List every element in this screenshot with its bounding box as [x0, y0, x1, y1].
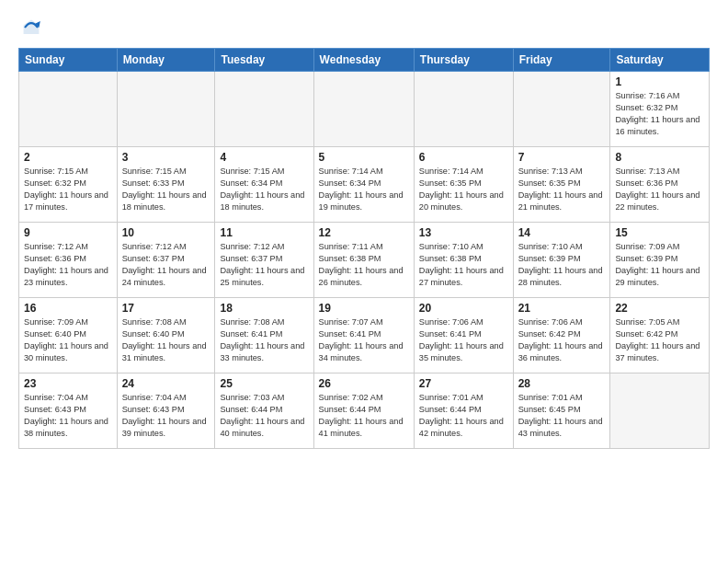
- day-info: Sunrise: 7:01 AM Sunset: 6:44 PM Dayligh…: [419, 392, 508, 440]
- logo-icon: [18, 15, 44, 40]
- calendar-cell: [117, 72, 215, 147]
- day-info: Sunrise: 7:08 AM Sunset: 6:41 PM Dayligh…: [220, 316, 308, 364]
- calendar-cell: [215, 72, 313, 147]
- week-row-1: 2Sunrise: 7:15 AM Sunset: 6:32 PM Daylig…: [19, 147, 710, 223]
- day-number: 14: [518, 226, 606, 239]
- day-number: 9: [24, 226, 112, 239]
- calendar-cell: 11Sunrise: 7:12 AM Sunset: 6:37 PM Dayli…: [215, 223, 313, 298]
- day-number: 12: [319, 226, 409, 239]
- day-info: Sunrise: 7:09 AM Sunset: 6:40 PM Dayligh…: [24, 316, 112, 364]
- calendar-cell: [513, 72, 610, 147]
- day-number: 24: [122, 377, 210, 390]
- day-info: Sunrise: 7:03 AM Sunset: 6:44 PM Dayligh…: [220, 392, 308, 440]
- day-number: 4: [220, 151, 308, 164]
- calendar-cell: 6Sunrise: 7:14 AM Sunset: 6:35 PM Daylig…: [414, 147, 513, 223]
- calendar-cell: 15Sunrise: 7:09 AM Sunset: 6:39 PM Dayli…: [610, 223, 710, 298]
- day-info: Sunrise: 7:10 AM Sunset: 6:38 PM Dayligh…: [419, 241, 508, 289]
- calendar-cell: [19, 72, 118, 147]
- day-number: 3: [122, 151, 210, 164]
- calendar-cell: 14Sunrise: 7:10 AM Sunset: 6:39 PM Dayli…: [513, 223, 610, 298]
- day-info: Sunrise: 7:12 AM Sunset: 6:37 PM Dayligh…: [220, 241, 308, 289]
- calendar-cell: 13Sunrise: 7:10 AM Sunset: 6:38 PM Dayli…: [414, 223, 513, 298]
- day-number: 1: [615, 75, 704, 88]
- header: [18, 15, 710, 40]
- calendar-cell: 20Sunrise: 7:06 AM Sunset: 6:41 PM Dayli…: [414, 298, 513, 373]
- calendar-cell: 18Sunrise: 7:08 AM Sunset: 6:41 PM Dayli…: [215, 298, 313, 373]
- week-row-3: 16Sunrise: 7:09 AM Sunset: 6:40 PM Dayli…: [19, 298, 710, 373]
- calendar-cell: [610, 373, 710, 449]
- day-info: Sunrise: 7:14 AM Sunset: 6:34 PM Dayligh…: [319, 166, 409, 213]
- calendar-cell: 7Sunrise: 7:13 AM Sunset: 6:35 PM Daylig…: [513, 147, 610, 223]
- calendar-table: SundayMondayTuesdayWednesdayThursdayFrid…: [18, 48, 710, 449]
- calendar-cell: 16Sunrise: 7:09 AM Sunset: 6:40 PM Dayli…: [19, 298, 118, 373]
- day-info: Sunrise: 7:05 AM Sunset: 6:42 PM Dayligh…: [615, 316, 704, 364]
- day-number: 15: [615, 226, 704, 239]
- day-info: Sunrise: 7:15 AM Sunset: 6:32 PM Dayligh…: [24, 166, 112, 213]
- weekday-header-thursday: Thursday: [414, 49, 513, 72]
- calendar-cell: 9Sunrise: 7:12 AM Sunset: 6:36 PM Daylig…: [19, 223, 118, 298]
- week-row-2: 9Sunrise: 7:12 AM Sunset: 6:36 PM Daylig…: [19, 223, 710, 298]
- day-info: Sunrise: 7:13 AM Sunset: 6:35 PM Dayligh…: [518, 166, 606, 213]
- day-number: 21: [518, 302, 606, 315]
- calendar-cell: 4Sunrise: 7:15 AM Sunset: 6:34 PM Daylig…: [215, 147, 313, 223]
- weekday-header-friday: Friday: [513, 49, 610, 72]
- calendar-cell: 10Sunrise: 7:12 AM Sunset: 6:37 PM Dayli…: [117, 223, 215, 298]
- day-number: 10: [122, 226, 210, 239]
- calendar-cell: 25Sunrise: 7:03 AM Sunset: 6:44 PM Dayli…: [215, 373, 313, 449]
- day-info: Sunrise: 7:12 AM Sunset: 6:36 PM Dayligh…: [24, 241, 112, 289]
- calendar-cell: 8Sunrise: 7:13 AM Sunset: 6:36 PM Daylig…: [610, 147, 710, 223]
- day-info: Sunrise: 7:13 AM Sunset: 6:36 PM Dayligh…: [615, 166, 704, 213]
- day-info: Sunrise: 7:04 AM Sunset: 6:43 PM Dayligh…: [24, 392, 112, 440]
- day-info: Sunrise: 7:01 AM Sunset: 6:45 PM Dayligh…: [518, 392, 606, 440]
- calendar-cell: 2Sunrise: 7:15 AM Sunset: 6:32 PM Daylig…: [19, 147, 118, 223]
- weekday-header-saturday: Saturday: [610, 49, 710, 72]
- day-number: 17: [122, 302, 210, 315]
- day-info: Sunrise: 7:15 AM Sunset: 6:34 PM Dayligh…: [220, 166, 308, 213]
- calendar-cell: 19Sunrise: 7:07 AM Sunset: 6:41 PM Dayli…: [313, 298, 414, 373]
- calendar-cell: 24Sunrise: 7:04 AM Sunset: 6:43 PM Dayli…: [117, 373, 215, 449]
- day-info: Sunrise: 7:16 AM Sunset: 6:32 PM Dayligh…: [615, 90, 704, 138]
- day-info: Sunrise: 7:12 AM Sunset: 6:37 PM Dayligh…: [122, 241, 210, 289]
- day-number: 18: [220, 302, 308, 315]
- weekday-header-wednesday: Wednesday: [313, 49, 414, 72]
- weekday-header-row: SundayMondayTuesdayWednesdayThursdayFrid…: [19, 49, 710, 72]
- day-info: Sunrise: 7:14 AM Sunset: 6:35 PM Dayligh…: [419, 166, 508, 213]
- calendar-cell: [313, 72, 414, 147]
- day-info: Sunrise: 7:06 AM Sunset: 6:42 PM Dayligh…: [518, 316, 606, 364]
- day-number: 13: [419, 226, 508, 239]
- day-info: Sunrise: 7:09 AM Sunset: 6:39 PM Dayligh…: [615, 241, 704, 289]
- day-number: 22: [615, 302, 704, 315]
- day-number: 28: [518, 377, 606, 390]
- calendar-cell: 21Sunrise: 7:06 AM Sunset: 6:42 PM Dayli…: [513, 298, 610, 373]
- day-number: 26: [319, 377, 409, 390]
- day-info: Sunrise: 7:10 AM Sunset: 6:39 PM Dayligh…: [518, 241, 606, 289]
- logo: [18, 15, 46, 40]
- weekday-header-monday: Monday: [117, 49, 215, 72]
- day-info: Sunrise: 7:08 AM Sunset: 6:40 PM Dayligh…: [122, 316, 210, 364]
- day-number: 11: [220, 226, 308, 239]
- calendar-cell: 27Sunrise: 7:01 AM Sunset: 6:44 PM Dayli…: [414, 373, 513, 449]
- day-number: 16: [24, 302, 112, 315]
- day-number: 25: [220, 377, 308, 390]
- day-info: Sunrise: 7:11 AM Sunset: 6:38 PM Dayligh…: [319, 241, 409, 289]
- week-row-4: 23Sunrise: 7:04 AM Sunset: 6:43 PM Dayli…: [19, 373, 710, 449]
- day-number: 8: [615, 151, 704, 164]
- calendar-cell: 22Sunrise: 7:05 AM Sunset: 6:42 PM Dayli…: [610, 298, 710, 373]
- weekday-header-tuesday: Tuesday: [215, 49, 313, 72]
- day-number: 6: [419, 151, 508, 164]
- day-number: 5: [319, 151, 409, 164]
- day-number: 27: [419, 377, 508, 390]
- day-number: 19: [319, 302, 409, 315]
- calendar-cell: 5Sunrise: 7:14 AM Sunset: 6:34 PM Daylig…: [313, 147, 414, 223]
- week-row-0: 1Sunrise: 7:16 AM Sunset: 6:32 PM Daylig…: [19, 72, 710, 147]
- weekday-header-sunday: Sunday: [19, 49, 118, 72]
- day-info: Sunrise: 7:02 AM Sunset: 6:44 PM Dayligh…: [319, 392, 409, 440]
- day-number: 20: [419, 302, 508, 315]
- calendar-cell: 12Sunrise: 7:11 AM Sunset: 6:38 PM Dayli…: [313, 223, 414, 298]
- day-info: Sunrise: 7:07 AM Sunset: 6:41 PM Dayligh…: [319, 316, 409, 364]
- calendar-cell: 28Sunrise: 7:01 AM Sunset: 6:45 PM Dayli…: [513, 373, 610, 449]
- day-number: 23: [24, 377, 112, 390]
- day-number: 2: [24, 151, 112, 164]
- calendar-cell: 23Sunrise: 7:04 AM Sunset: 6:43 PM Dayli…: [19, 373, 118, 449]
- calendar-cell: 26Sunrise: 7:02 AM Sunset: 6:44 PM Dayli…: [313, 373, 414, 449]
